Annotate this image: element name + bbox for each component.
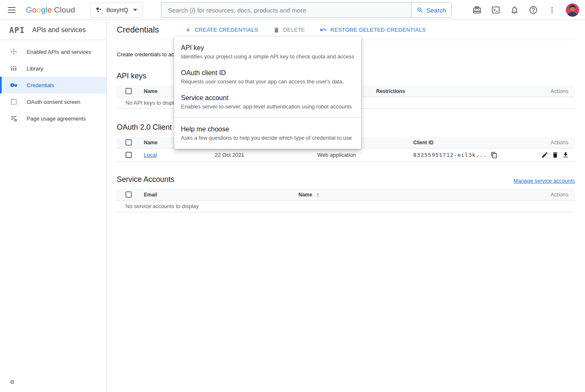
api-product-logo: API (9, 25, 25, 35)
consent-screen-icon (10, 98, 18, 106)
service-accounts-table-header: Email Name ↑ Actions (117, 189, 575, 201)
client-creation-date: 22 Oct 2021 (215, 152, 317, 158)
sidebar-item-label: Enabled APIs and services (27, 49, 91, 55)
copy-icon[interactable] (490, 151, 498, 159)
empty-text: No service accounts to display (117, 203, 199, 209)
select-all-checkbox[interactable] (126, 191, 132, 198)
search-input[interactable] (161, 3, 411, 18)
service-accounts-empty-row: No service accounts to display (117, 201, 575, 212)
search-icon (417, 7, 424, 14)
search-button-label: Search (426, 7, 446, 14)
sidebar-title: APIs and services (32, 26, 85, 34)
trash-icon (273, 27, 280, 33)
column-header-name[interactable]: Name ↑ (299, 191, 537, 198)
google-cloud-logo[interactable]: Google Cloud (26, 5, 75, 15)
more-options-icon[interactable] (547, 5, 557, 15)
sidebar-header: API APIs and services (0, 20, 106, 40)
client-id-value: 83255951712-eil3k... (413, 152, 487, 158)
download-icon[interactable] (562, 151, 569, 159)
library-icon (10, 65, 18, 72)
project-selector[interactable]: BoxyHQ (90, 3, 143, 18)
column-header-restrictions[interactable]: Restrictions (376, 88, 537, 94)
sidebar-item-page-usage[interactable]: Page usage agreements (0, 110, 106, 127)
column-header-actions: Actions (537, 88, 575, 94)
edit-pencil-icon[interactable] (541, 151, 548, 159)
topbar-icons (472, 0, 579, 20)
sidebar-item-oauth-consent[interactable]: OAuth consent screen (0, 93, 106, 110)
restore-deleted-credentials-button[interactable]: RESTORE DELETED CREDENTIALS (320, 26, 426, 33)
toolbar: CREATE CREDENTIALS DELETE RESTORE DELETE… (185, 26, 426, 33)
sort-ascending-icon[interactable]: ↑ (316, 191, 319, 198)
sidebar-item-label: OAuth consent screen (27, 99, 80, 105)
client-name-link[interactable]: Local (144, 152, 157, 158)
menu-item-service-account[interactable]: Service account Enables server-to-server… (174, 89, 361, 114)
service-accounts-table: Email Name ↑ Actions No service accounts… (117, 189, 575, 212)
sidebar-item-credentials[interactable]: Credentials (0, 77, 106, 93)
oauth-client-row: Local 22 Oct 2021 Web application 832559… (117, 148, 575, 162)
sidebar-item-label: Credentials (27, 82, 54, 88)
select-all-checkbox[interactable] (126, 139, 132, 146)
user-avatar[interactable] (566, 3, 579, 17)
service-accounts-heading: Service Accounts (117, 175, 174, 184)
column-header-actions: Actions (537, 191, 575, 198)
create-credentials-menu: API key Identifies your project using a … (174, 37, 361, 149)
key-icon (10, 81, 18, 89)
column-header-client-id[interactable]: Client ID (413, 140, 537, 146)
menu-item-api-key[interactable]: API key Identifies your project using a … (174, 39, 361, 64)
project-name: BoxyHQ (106, 7, 128, 13)
row-actions (541, 151, 575, 159)
select-all-checkbox[interactable] (126, 88, 132, 94)
sidebar-item-library[interactable]: Library (0, 60, 106, 77)
sidebar-nav: Enabled APIs and services Library Creden… (0, 40, 106, 127)
plus-icon (185, 27, 191, 33)
manage-service-accounts-link[interactable]: Manage service accounts (514, 178, 575, 184)
delete-button[interactable]: DELETE (273, 27, 305, 33)
row-checkbox[interactable] (126, 152, 132, 158)
collapse-sidebar-icon[interactable] (9, 378, 18, 386)
google-cloud-console: Google Cloud BoxyHQ Search (0, 0, 585, 392)
sidebar: API APIs and services Enabled APIs and s… (0, 20, 107, 392)
column-header-email[interactable]: Email (144, 192, 299, 198)
create-credentials-button[interactable]: CREATE CREDENTIALS (185, 27, 258, 33)
page-title: Credentials (117, 25, 159, 35)
cloud-shell-icon[interactable] (491, 5, 501, 15)
dashboard-icon (10, 48, 18, 55)
project-icon (95, 7, 102, 13)
search-button[interactable]: Search (411, 3, 451, 18)
menu-divider (174, 117, 361, 118)
search-box: Search (161, 2, 452, 18)
sidebar-item-label: Page usage agreements (27, 116, 86, 122)
empty-text: No API keys to display (117, 100, 179, 106)
chevron-down-icon (133, 9, 137, 11)
column-header-actions: Actions (537, 139, 575, 146)
sidebar-item-label: Library (27, 65, 43, 72)
service-accounts-head: Service Accounts Manage service accounts (117, 175, 575, 184)
top-bar: Google Cloud BoxyHQ Search (0, 0, 585, 20)
logo-cloud-text: Cloud (54, 5, 75, 15)
gift-icon[interactable] (472, 5, 482, 15)
notifications-bell-icon[interactable] (510, 5, 520, 15)
undo-icon (320, 26, 327, 33)
menu-item-oauth-client-id[interactable]: OAuth client ID Requests user consent so… (174, 64, 361, 89)
sidebar-item-enabled-apis[interactable]: Enabled APIs and services (0, 43, 106, 60)
help-icon[interactable] (528, 5, 538, 15)
agreements-icon (10, 115, 18, 122)
delete-trash-icon[interactable] (551, 151, 559, 159)
menu-item-help-me-choose[interactable]: Help me choose Asks a few questions to h… (174, 121, 361, 146)
hamburger-menu-icon[interactable] (2, 0, 22, 20)
client-type: Web application (317, 152, 413, 158)
